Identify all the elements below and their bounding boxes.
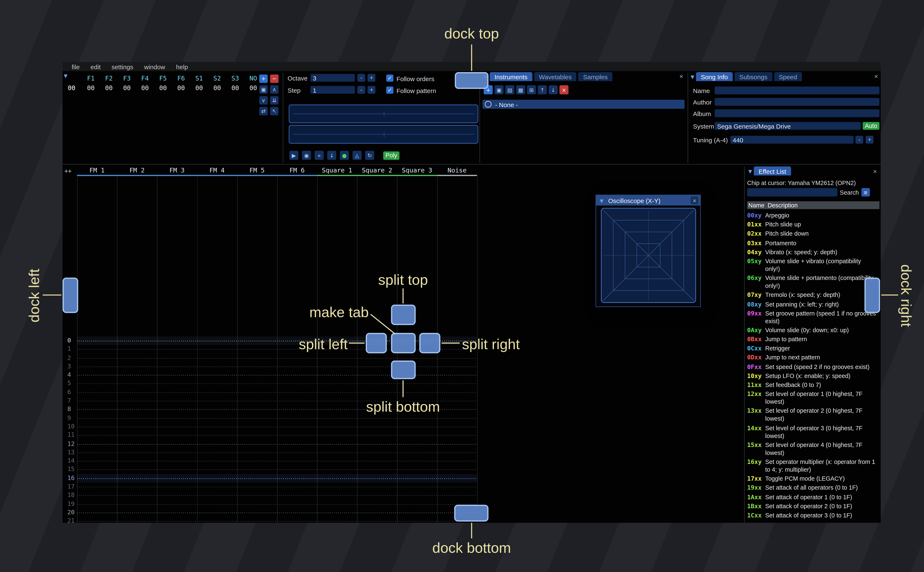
tuning-decrease-button[interactable]: -: [855, 136, 863, 144]
close-icon[interactable]: ×: [691, 196, 698, 204]
pattern-row[interactable]: [77, 491, 477, 500]
poly-button[interactable]: Poly: [383, 151, 399, 160]
tab-wavetables[interactable]: Wavetables: [534, 72, 577, 81]
author-input[interactable]: [715, 98, 880, 106]
play-pattern-button[interactable]: »: [315, 151, 324, 160]
oscilloscope-window[interactable]: ▼ Oscilloscope (X-Y) ×: [595, 194, 701, 307]
step-decrease-button[interactable]: -: [357, 86, 365, 94]
channel-header[interactable]: Square 3: [397, 166, 437, 176]
collapse-arrow-icon[interactable]: ▼: [600, 198, 603, 204]
tab-speed[interactable]: Speed: [774, 72, 802, 81]
menu-settings[interactable]: settings: [106, 63, 139, 70]
order-cell[interactable]: 00: [136, 84, 154, 91]
menu-help[interactable]: help: [171, 63, 193, 70]
splitter[interactable]: [62, 164, 881, 165]
tab-effect-list[interactable]: Effect List: [754, 166, 791, 176]
effect-row[interactable]: 07xy Tremolo (x: speed; y: depth): [747, 291, 880, 299]
name-input[interactable]: [715, 87, 880, 94]
pattern-row[interactable]: [77, 388, 477, 396]
effect-row[interactable]: 04xy Vibrato (x: speed; y: depth): [747, 248, 880, 256]
make-tab-indicator[interactable]: [391, 333, 416, 353]
pattern-row[interactable]: [77, 474, 477, 482]
pattern-row[interactable]: [77, 336, 477, 345]
effect-row[interactable]: 0Axy Volume slide (0y: down; x0: up): [747, 326, 880, 334]
splitter[interactable]: [283, 73, 283, 163]
instrument-move-down-button[interactable]: ↓: [548, 85, 558, 94]
close-icon[interactable]: ×: [871, 167, 879, 175]
order-move-down-button[interactable]: ∨: [259, 96, 268, 104]
play-button[interactable]: ▶: [289, 151, 298, 160]
follow-orders-checkbox[interactable]: ✓: [386, 75, 394, 82]
album-input[interactable]: [715, 109, 880, 117]
effect-row[interactable]: 09xx Set groove pattern (speed 1 if no g…: [747, 309, 880, 325]
instrument-move-up-button[interactable]: ↑: [538, 85, 547, 94]
channel-header[interactable]: FM 6: [277, 166, 317, 176]
effect-row[interactable]: 15xx Set level of operator 4 (0 highest,…: [747, 441, 880, 457]
channel-header[interactable]: FM 3: [157, 166, 197, 176]
octave-input[interactable]: 3: [310, 74, 355, 82]
effect-row[interactable]: 00xy Arpeggio: [747, 211, 880, 219]
order-cell[interactable]: 00: [154, 84, 172, 91]
pattern-row[interactable]: [77, 440, 477, 448]
repeat-pattern-button[interactable]: ↻: [365, 151, 374, 160]
instrument-save-button[interactable]: ▦: [516, 85, 525, 94]
menu-file[interactable]: file: [66, 63, 85, 70]
effect-row[interactable]: 0Dxx Jump to next pattern: [747, 354, 880, 361]
order-add-button[interactable]: +: [259, 75, 268, 83]
collapse-arrow-icon[interactable]: ▼: [64, 73, 68, 79]
effect-row[interactable]: 13xx Set level of operator 2 (0 highest,…: [747, 407, 880, 423]
order-cell[interactable]: 00: [82, 84, 100, 91]
octave-decrease-button[interactable]: -: [357, 74, 365, 82]
order-move-up-button[interactable]: ∧: [270, 85, 279, 94]
instrument-delete-button[interactable]: ×: [559, 85, 569, 94]
pattern-row[interactable]: [77, 345, 477, 354]
channel-header[interactable]: Square 1: [317, 166, 357, 176]
pattern-row[interactable]: [77, 448, 477, 457]
effect-row[interactable]: 14xx Set level of operator 3 (0 highest,…: [747, 424, 880, 440]
instrument-list-item[interactable]: - None -: [483, 100, 685, 109]
channel-header[interactable]: Noise: [437, 166, 477, 176]
pattern-row[interactable]: [77, 354, 477, 362]
effect-row[interactable]: 0Fxx Set speed (speed 2 if no grooves ex…: [747, 363, 880, 370]
pattern-row[interactable]: [77, 508, 477, 517]
splitter[interactable]: [687, 73, 688, 163]
pattern-row[interactable]: [77, 379, 477, 388]
effect-row[interactable]: 1Axx Set attack of operator 1 (0 to 1F): [747, 493, 880, 501]
pattern-row[interactable]: [77, 431, 477, 440]
tab-instruments[interactable]: Instruments: [489, 72, 532, 81]
instrument-folder-button[interactable]: ⊞: [527, 85, 536, 94]
effect-row[interactable]: 1Cxx Set attack of operator 3 (0 to 1F): [747, 511, 880, 519]
dock-left-indicator[interactable]: [62, 278, 78, 313]
order-cell[interactable]: 00: [190, 84, 208, 91]
pattern-row[interactable]: [77, 371, 477, 379]
pattern-expand-button[interactable]: ++: [64, 168, 72, 174]
order-row-index[interactable]: 00: [64, 84, 79, 91]
effect-row[interactable]: 11xx Set feedback (0 to 7): [747, 381, 880, 389]
collapse-arrow-icon[interactable]: ▼: [691, 75, 695, 80]
pattern-row[interactable]: [77, 465, 477, 474]
effect-row[interactable]: 10xy Setup LFO (x: enable; y: speed): [747, 372, 880, 379]
pattern-row[interactable]: [77, 457, 477, 465]
order-edit-mode-button[interactable]: ↖: [270, 107, 279, 115]
tab-song-info[interactable]: Song Info: [696, 72, 732, 81]
effect-row[interactable]: 02xx Pitch slide down: [747, 230, 880, 238]
metronome-button[interactable]: ◬: [352, 151, 361, 160]
system-input[interactable]: Sega Genesis/Mega Drive: [715, 122, 861, 130]
channel-header[interactable]: FM 4: [197, 166, 237, 176]
step-input[interactable]: 1: [310, 86, 355, 94]
tuning-input[interactable]: 440: [730, 136, 854, 144]
effect-row[interactable]: 12xx Set level of operator 1 (0 highest,…: [747, 390, 880, 406]
menu-edit[interactable]: edit: [85, 63, 106, 70]
split-bottom-indicator[interactable]: [391, 361, 416, 379]
record-button[interactable]: ●: [340, 151, 349, 160]
effect-row[interactable]: 19xx Set attack of all operators (0 to 1…: [747, 484, 880, 491]
instrument-duplicate-button[interactable]: ▣: [494, 85, 503, 94]
pattern-row[interactable]: [77, 517, 477, 523]
order-cell[interactable]: 00: [208, 84, 226, 91]
tuning-increase-button[interactable]: +: [866, 136, 873, 144]
auto-system-button[interactable]: Auto: [863, 122, 880, 130]
close-icon[interactable]: ×: [677, 72, 685, 80]
order-cell[interactable]: 00: [226, 84, 244, 91]
split-top-indicator[interactable]: [391, 305, 416, 325]
step-row-button[interactable]: ↓: [327, 151, 336, 160]
